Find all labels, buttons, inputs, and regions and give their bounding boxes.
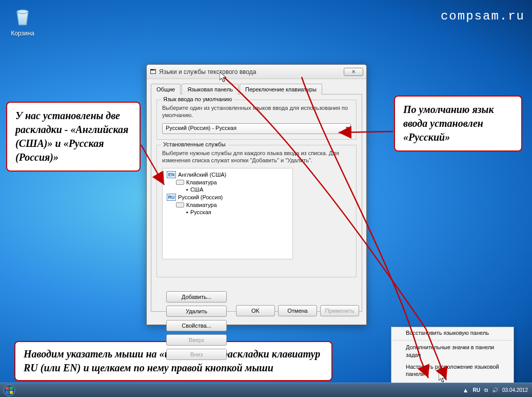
remove-button[interactable]: Удалить xyxy=(166,306,227,317)
tree-item-en-layout[interactable]: ▪ США xyxy=(166,186,289,193)
svg-rect-5 xyxy=(10,391,13,394)
trash-icon xyxy=(10,4,35,29)
svg-point-0 xyxy=(17,10,28,13)
dialog-buttons: OK Отмена Применить xyxy=(236,305,359,319)
group-default-language: Язык ввода по умолчанию Выберите один из… xyxy=(156,100,357,140)
tab-language-bar[interactable]: Языковая панель xyxy=(182,84,239,94)
tree-side-buttons: Добавить... Удалить Свойства... Вверх Вн… xyxy=(166,259,227,363)
languages-tree[interactable]: EN Английский (США) Клавиатура ▪ США RU … xyxy=(162,168,293,259)
clock-date: 03.04.2012 xyxy=(502,387,528,393)
tray-flag-icon[interactable]: ▲ xyxy=(463,387,469,394)
close-button[interactable]: ✕ xyxy=(344,68,363,76)
tab-switch-keyboard[interactable]: Переключение клавиатуры xyxy=(240,84,322,94)
system-tray: ▲ RU ⧉ 🔊 03.04.2012 xyxy=(463,387,532,394)
svg-rect-2 xyxy=(6,387,9,390)
network-icon[interactable]: ⧉ xyxy=(484,387,488,393)
group-default-desc: Выберите один из установленных языков вв… xyxy=(162,104,351,119)
menu-divider xyxy=(392,340,513,341)
properties-button[interactable]: Свойства... xyxy=(166,320,227,331)
en-badge-icon: EN xyxy=(167,171,176,178)
tree-ru-layout-label: Русская xyxy=(190,209,211,215)
default-language-dropdown[interactable]: Русский (Россия) - Русская xyxy=(162,123,351,134)
svg-rect-3 xyxy=(10,387,13,390)
tree-item-ru-keyboard[interactable]: Клавиатура xyxy=(166,201,289,209)
tree-item-en-keyboard[interactable]: Клавиатура xyxy=(166,179,289,186)
svg-rect-4 xyxy=(6,391,9,394)
ru-badge-icon: RU xyxy=(167,194,176,201)
tree-en-layout-label: США xyxy=(190,186,203,193)
svg-point-1 xyxy=(4,385,15,396)
tree-en-kb-label: Клавиатура xyxy=(186,179,217,185)
tab-general[interactable]: Общие xyxy=(151,84,181,94)
dialog-tabs: Общие Языковая панель Переключение клави… xyxy=(151,83,362,94)
bullet-icon: ▪ xyxy=(186,186,188,193)
menu-restore-bar[interactable]: Восстановить языковую панель xyxy=(391,327,514,339)
tree-ru-name: Русский (Россия) xyxy=(178,194,223,200)
group-installed-desc: Выберите нужные службы для каждого языка… xyxy=(162,149,351,164)
recycle-bin-icon[interactable]: Корзина xyxy=(10,4,35,37)
dialog-titlebar[interactable]: 🗔 Языки и службы текстового ввода ✕ xyxy=(147,65,366,79)
language-indicator[interactable]: RU xyxy=(472,387,480,393)
languages-dialog: 🗔 Языки и службы текстового ввода ✕ Общи… xyxy=(146,64,367,325)
move-up-button[interactable]: Вверх xyxy=(166,334,227,346)
tree-item-russian[interactable]: RU Русский (Россия) xyxy=(166,193,289,201)
start-button[interactable] xyxy=(0,383,18,398)
bullet-icon: ▪ xyxy=(186,209,188,215)
dialog-title: Языки и службы текстового ввода xyxy=(159,68,256,75)
cursor-icon xyxy=(220,72,227,82)
recycle-bin-label: Корзина xyxy=(10,30,35,37)
add-button[interactable]: Добавить... xyxy=(166,291,227,303)
menu-configure-position[interactable]: Настроить расположение языковой панели xyxy=(391,361,514,381)
keyboard-icon xyxy=(176,180,184,185)
group-installed-services: Установленные службы Выберите нужные слу… xyxy=(156,145,357,277)
taskbar: ▲ RU ⧉ 🔊 03.04.2012 xyxy=(0,383,532,397)
tab-panel-general: Язык ввода по умолчанию Выберите один из… xyxy=(151,94,362,312)
apply-button[interactable]: Применить xyxy=(320,305,359,316)
speaker-icon[interactable]: 🔊 xyxy=(492,387,498,393)
annotation-left: У нас установлены две раскладки - «Англи… xyxy=(6,102,141,172)
tree-en-name: Английский (США) xyxy=(178,172,226,178)
tree-ru-kb-label: Клавиатура xyxy=(186,202,217,208)
cursor-icon xyxy=(439,372,446,383)
keyboard-icon xyxy=(176,202,184,207)
cancel-button[interactable]: Отмена xyxy=(278,305,317,316)
watermark-text: compsam.ru xyxy=(441,9,525,23)
group-default-title: Язык ввода по умолчанию xyxy=(161,96,234,102)
tree-item-english[interactable]: EN Английский (США) xyxy=(166,171,289,179)
clock[interactable]: 03.04.2012 xyxy=(502,387,528,393)
tree-item-ru-layout[interactable]: ▪ Русская xyxy=(166,209,289,216)
menu-extra-icons[interactable]: Дополнительные значки в панели задач xyxy=(391,342,514,361)
annotation-right: По умолчанию язык ввода установлен «Русс… xyxy=(394,96,522,152)
ok-button[interactable]: OK xyxy=(236,305,275,316)
move-down-button[interactable]: Вниз xyxy=(166,349,227,360)
dialog-icon: 🗔 xyxy=(150,68,156,75)
group-installed-title: Установленные службы xyxy=(161,141,228,147)
